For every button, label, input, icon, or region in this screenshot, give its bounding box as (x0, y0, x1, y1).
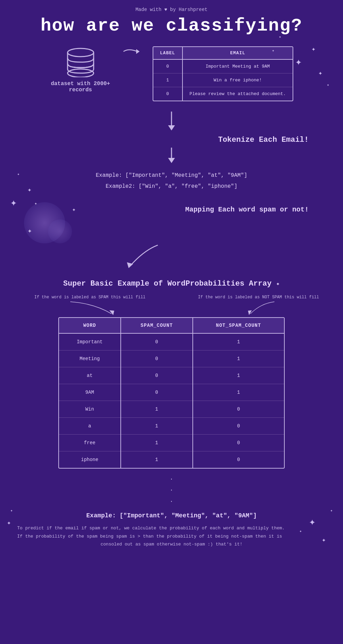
word-prob-row: Win10 (59, 401, 284, 418)
spam-count-cell: 1 (121, 435, 193, 451)
not-spam-count-cell: 0 (193, 401, 284, 418)
email-table-row: 0Important Meeting at 9AM (153, 59, 293, 73)
not-spam-count-cell: 1 (193, 367, 284, 384)
description-text: To predict if the email if spam or not, … (17, 524, 326, 548)
word-prob-header-not-spam: NOT_SPAM_COUNT (193, 318, 284, 333)
email-label-cell: 0 (153, 59, 182, 73)
not-spam-count-cell: 0 (193, 435, 284, 451)
diagonal-arrow-icon (110, 243, 178, 271)
email-table-wrapper: LABEL EMAIL 0Important Meeting at 9AM1Wi… (153, 46, 294, 101)
spam-count-cell: 0 (121, 384, 193, 401)
word-cell: a (59, 418, 121, 435)
word-prob-header-spam: SPAM_COUNT (121, 318, 193, 333)
word-prob-row: a10 (59, 418, 284, 435)
word-prob-row: Important01 (59, 333, 284, 350)
sparkle-icon-13: ✦ (330, 508, 333, 513)
annotation-section: If the word is labeled as SPAM this will… (14, 295, 329, 315)
description-line3: consoled out as spam otherwise not-spam … (17, 540, 326, 548)
sparkle-circle-1: ✦ (34, 200, 37, 206)
dots-section: · · · (14, 474, 329, 507)
word-prob-header-word: WORD (59, 318, 121, 333)
database-icon (63, 46, 98, 77)
arrow-right (122, 46, 142, 70)
email-text-cell: Win a free iphone! (182, 73, 293, 87)
word-cell: 9AM (59, 384, 121, 401)
svg-point-0 (68, 48, 94, 57)
not-spam-count-cell: 1 (193, 350, 284, 367)
word-prob-table: WORD SPAM_COUNT NOT_SPAM_COUNT Important… (59, 318, 284, 468)
word-cell: Meeting (59, 350, 121, 367)
svg-marker-6 (168, 158, 175, 163)
email-table-row: 0Please review the attached document. (153, 87, 293, 101)
sparkle-circle-2: ✦ (72, 206, 76, 213)
word-prob-row: 9AM01 (59, 384, 284, 401)
word-cell: Important (59, 333, 121, 350)
email-table-row: 1Win a free iphone! (153, 73, 293, 87)
email-table-header-label: LABEL (153, 47, 182, 59)
email-text-cell: Important Meeting at 9AM (182, 59, 293, 73)
word-prob-table-wrapper: WORD SPAM_COUNT NOT_SPAM_COUNT Important… (58, 317, 285, 469)
not-spam-count-cell: 1 (193, 333, 284, 350)
description-line2: If the probability of the spam being spa… (17, 532, 326, 540)
bottom-example: Example: ["Important", "Meeting", "at", … (14, 512, 329, 519)
spam-count-cell: 1 (121, 401, 193, 418)
svg-marker-4 (168, 125, 175, 130)
spam-count-cell: 0 (121, 367, 193, 384)
email-table: LABEL EMAIL 0Important Meeting at 9AM1Wi… (153, 47, 293, 101)
not-spam-count-cell: 1 (193, 384, 284, 401)
circle-decoration-small (48, 219, 72, 243)
page-title: how are we classifying? (14, 16, 329, 36)
not-spam-count-cell: 0 (193, 418, 284, 435)
word-prob-row: Meeting01 (59, 350, 284, 367)
spam-count-cell: 1 (121, 418, 193, 435)
tokenize-examples: Example: ["Important", "Meeting", "at", … (14, 170, 329, 192)
sparkle-title-icon: ✦ (276, 280, 280, 287)
annotation-right-text: If the word is labeled as NOT SPAM this … (198, 295, 319, 300)
dataset-left: dataset with 2000+ records (50, 46, 111, 93)
annotation-left-text: If the word is labeled as SPAM this will… (34, 295, 145, 300)
spam-count-cell: 0 (121, 333, 193, 350)
credit-text: Made with ♥ by Harshpreet (14, 7, 329, 12)
sparkle-icon-15: ✦ (7, 518, 11, 527)
email-label-cell: 0 (153, 87, 182, 101)
arrow-down-icon-1 (166, 112, 177, 132)
spam-count-cell: 1 (121, 451, 193, 468)
mapping-section: ✦ ✦ ✦ Mapping Each word spam or not! (14, 199, 329, 240)
diagonal-arrow-section (14, 243, 329, 274)
dataset-section: dataset with 2000+ records LABEL EMAIL 0… (14, 46, 329, 101)
word-prob-row: free10 (59, 435, 284, 451)
tokenize-title: Tokenize Each Email! (218, 136, 309, 144)
not-spam-count-cell: 0 (193, 451, 284, 468)
word-cell: iphone (59, 451, 121, 468)
svg-marker-2 (136, 49, 140, 54)
word-prob-title: Super Basic Example of WordProbabilities… (14, 279, 329, 288)
tokenize-example1: Example: ["Important", "Meeting", "at", … (14, 170, 329, 181)
email-label-cell: 1 (153, 73, 182, 87)
word-prob-row: at01 (59, 367, 284, 384)
annotation-arrow-left-icon (67, 300, 135, 317)
sparkle-icon-14: ✦ (10, 508, 13, 513)
tokenize-example2: Example2: ["Win", "a", "free", "iphone"] (14, 181, 329, 192)
word-cell: at (59, 367, 121, 384)
email-text-cell: Please review the attached document. (182, 87, 293, 101)
description-line1: To predict if the email if spam or not, … (17, 524, 326, 532)
spam-count-cell: 0 (121, 350, 193, 367)
tokenize-section: Tokenize Each Email! (14, 136, 329, 144)
word-prob-row: iphone10 (59, 451, 284, 468)
dataset-label: dataset with 2000+ records (51, 81, 110, 93)
annotation-arrow-right-icon (244, 300, 278, 317)
word-cell: free (59, 435, 121, 451)
arrow-down-icon-2 (166, 148, 177, 165)
sparkle-circle-3: ✦ (27, 226, 32, 235)
arrow-down-2 (14, 148, 329, 165)
word-cell: Win (59, 401, 121, 418)
arrow-right-icon (122, 46, 142, 57)
email-table-header-email: EMAIL (182, 47, 293, 59)
arrow-down-1 (14, 112, 329, 132)
